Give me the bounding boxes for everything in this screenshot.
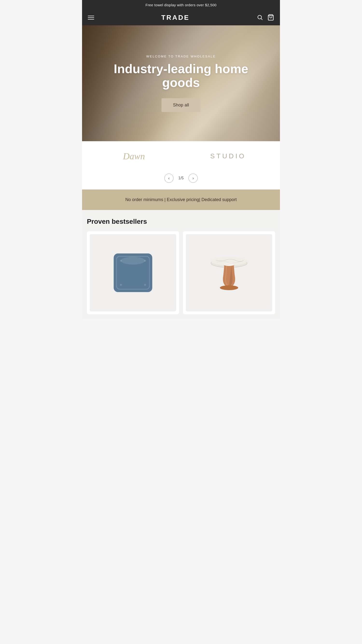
- menu-button[interactable]: [88, 16, 94, 20]
- pillow-svg-icon: [109, 242, 157, 304]
- svg-point-6: [120, 260, 122, 262]
- svg-point-14: [224, 262, 234, 266]
- svg-point-4: [121, 257, 145, 264]
- product-grid: [87, 231, 275, 314]
- brand-studio-label: STUDIO: [210, 152, 246, 160]
- chevron-left-icon: ‹: [168, 176, 170, 181]
- cart-icon: [268, 14, 274, 22]
- svg-point-8: [120, 284, 122, 286]
- bestsellers-title: Proven bestsellers: [87, 218, 275, 226]
- brand-studio[interactable]: STUDIO: [181, 150, 275, 162]
- carousel-indicator: 1/5: [178, 176, 184, 180]
- cart-button[interactable]: [268, 14, 274, 22]
- search-button[interactable]: [257, 14, 263, 21]
- site-logo: TRADE: [161, 14, 190, 22]
- product-card-pillow[interactable]: [87, 231, 179, 314]
- side-table-svg-icon: [205, 242, 253, 304]
- site-header: TRADE: [82, 10, 280, 25]
- info-banner-text: No order minimums | Exclusive pricing| D…: [87, 196, 275, 203]
- search-icon: [257, 14, 263, 21]
- svg-point-9: [144, 284, 146, 286]
- brand-dawn[interactable]: Dawn: [87, 148, 181, 164]
- hero-content: WELCOME TO TRADE WHOLESALE Industry-lead…: [104, 50, 258, 117]
- header-icons: [257, 14, 274, 22]
- info-banner: No order minimums | Exclusive pricing| D…: [82, 190, 280, 210]
- announcement-text: Free towel display with orders over $2,5…: [146, 3, 216, 7]
- hero-section: WELCOME TO TRADE WHOLESALE Industry-lead…: [82, 25, 280, 141]
- brand-dawn-label: Dawn: [123, 151, 145, 161]
- product-card-side-table[interactable]: [183, 231, 275, 314]
- hero-title: Industry-leading home goods: [108, 62, 254, 90]
- svg-point-13: [220, 285, 238, 290]
- announcement-bar: Free towel display with orders over $2,5…: [82, 0, 280, 10]
- product-image-side-table: [186, 234, 272, 312]
- svg-point-7: [144, 260, 146, 262]
- hamburger-icon: [88, 16, 94, 20]
- carousel-next-button[interactable]: ›: [188, 174, 198, 183]
- hero-cta-button[interactable]: Shop all: [162, 98, 201, 112]
- bestsellers-section: Proven bestsellers: [82, 210, 280, 319]
- svg-line-1: [261, 18, 262, 20]
- chevron-right-icon: ›: [192, 176, 194, 181]
- product-image-pillow: [90, 234, 176, 312]
- carousel-prev-button[interactable]: ‹: [164, 174, 174, 183]
- brand-logos-section: Dawn STUDIO: [82, 141, 280, 171]
- svg-point-0: [258, 15, 261, 19]
- carousel-navigation: ‹ 1/5 ›: [82, 171, 280, 190]
- hero-subtitle: WELCOME TO TRADE WHOLESALE: [108, 54, 254, 58]
